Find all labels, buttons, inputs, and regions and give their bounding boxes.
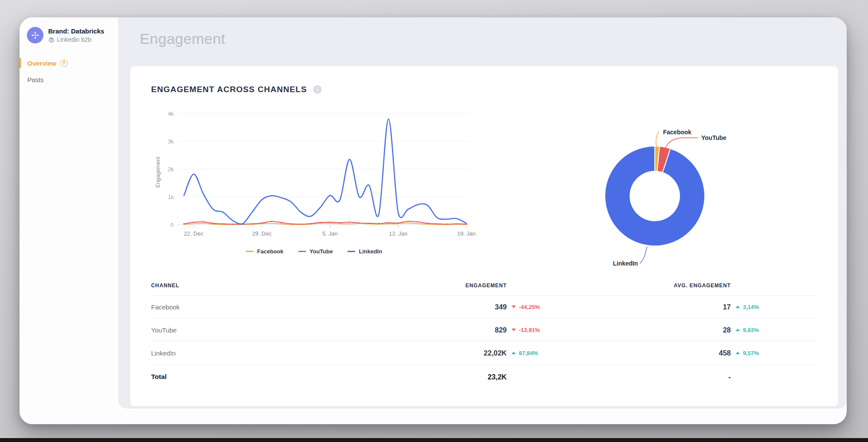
donut-chart-block: FacebookYouTubeLinkedIn [557,111,757,274]
sidebar-item-posts[interactable]: Posts [20,71,118,88]
triangle-up-icon [736,352,740,354]
y-tick-label: 0 [171,222,174,228]
y-axis-title: Engagement [155,156,161,187]
donut-connector-youtube [665,138,698,148]
legend-label: Facebook [257,248,284,255]
x-tick-label: 22. Dec [184,230,204,237]
x-tick-label: 12. Jan [389,230,408,237]
avg-engagement-change-percent: 3,14% [743,304,759,310]
x-tick-label: 29. Dec [252,230,272,237]
move-arrows-icon [31,31,40,40]
donut-chart: FacebookYouTubeLinkedIn [557,111,757,273]
donut-connector-linkedin [640,246,647,263]
legend-dash [298,251,306,252]
engagement-value: 22,02K [437,349,507,357]
channel-name: YouTube [151,326,437,334]
table-row-total: Total23,2K- [151,365,817,389]
line-chart-block: 01k2k3k4kEngagement22. Dec29. Dec5. Jan1… [151,107,477,274]
y-tick-label: 4k [168,111,174,117]
brand-name: Brand: Databricks [48,27,104,35]
engagement-change-percent: 87,84% [519,350,538,356]
profile-name: Linkedin b2b [57,36,91,43]
screen-bottom-edge [0,438,868,442]
x-tick-label: 5. Jan [322,230,337,237]
avg-engagement-change-percent: 9,83% [743,327,759,333]
legend-label: YouTube [310,248,333,255]
total-avg-engagement-value: - [661,373,731,381]
donut-slice-linkedin [605,146,705,246]
sidebar-item-label: Posts [27,76,44,83]
donut-label-facebook: Facebook [663,129,692,136]
legend-dash [347,251,355,252]
channel-name: LinkedIn [151,349,437,357]
engagement-value: 829 [437,326,507,334]
triangle-up-icon [736,329,740,331]
brand-avatar [27,27,43,43]
layers-icon [48,37,55,43]
chart-legend: FacebookYouTubeLinkedIn [151,247,477,256]
main-content: Engagement ENGAGEMENT ACROSS CHANNELS 01… [118,17,847,409]
table-row-youtube: YouTube829-13,91%289,83% [151,319,817,342]
col-header-avg-engagement: AVG. ENGAGEMENT [661,282,731,289]
line-chart: 01k2k3k4kEngagement22. Dec29. Dec5. Jan1… [151,107,477,243]
help-icon[interactable] [60,60,68,67]
col-header-engagement: ENGAGEMENT [437,282,507,289]
sidebar-nav: Overview Posts [20,55,118,88]
app-window: Brand: Databricks Linkedin b2b Overview … [20,17,847,424]
triangle-up-icon [736,306,740,308]
sidebar-item-overview[interactable]: Overview [20,55,118,71]
table-header: CHANNEL ENGAGEMENT AVG. ENGAGEMENT [151,276,817,296]
table-body: Facebook349-44,25%173,14%YouTube829-13,9… [151,296,817,389]
donut-connector-facebook [656,132,659,146]
y-tick-label: 3k [168,139,174,145]
engagement-change-percent: -44,25% [519,304,540,310]
info-icon[interactable] [313,85,322,94]
total-label: Total [151,373,437,381]
series-line-linkedin [184,119,467,224]
donut-label-youtube: YouTube [701,134,726,141]
total-engagement-value: 23,2K [437,373,507,381]
legend-item-facebook[interactable]: Facebook [246,248,284,255]
legend-dash [246,251,254,252]
engagement-value: 349 [437,303,507,311]
brand-selector[interactable]: Brand: Databricks Linkedin b2b [20,17,118,43]
channel-name: Facebook [151,303,437,311]
page-title: Engagement [118,17,847,47]
table-row-facebook: Facebook349-44,25%173,14% [151,296,817,319]
table-row-linkedin: LinkedIn22,02K87,84%4589,57% [151,342,817,365]
legend-item-linkedin[interactable]: LinkedIn [347,248,382,255]
legend-label: LinkedIn [359,248,382,255]
channels-table: CHANNEL ENGAGEMENT AVG. ENGAGEMENT Faceb… [151,276,817,389]
avg-engagement-value: 28 [661,326,731,334]
legend-item-youtube[interactable]: YouTube [298,248,333,255]
triangle-down-icon [512,329,516,331]
avg-engagement-value: 17 [661,303,731,311]
y-tick-label: 2k [168,166,174,173]
engagement-card: ENGAGEMENT ACROSS CHANNELS 01k2k3k4kEnga… [130,66,838,406]
avg-engagement-change-percent: 9,57% [743,350,759,356]
y-tick-label: 1k [168,194,174,200]
sidebar: Brand: Databricks Linkedin b2b Overview … [20,17,118,424]
col-header-channel: CHANNEL [151,282,437,289]
engagement-change-percent: -13,91% [519,327,540,333]
donut-label-linkedin: LinkedIn [613,260,638,267]
triangle-down-icon [512,306,516,308]
avg-engagement-value: 458 [661,349,731,357]
x-tick-label: 19. Jan [457,230,476,237]
triangle-up-icon [512,352,516,354]
card-title: ENGAGEMENT ACROSS CHANNELS [151,84,307,95]
sidebar-item-label: Overview [27,60,56,67]
